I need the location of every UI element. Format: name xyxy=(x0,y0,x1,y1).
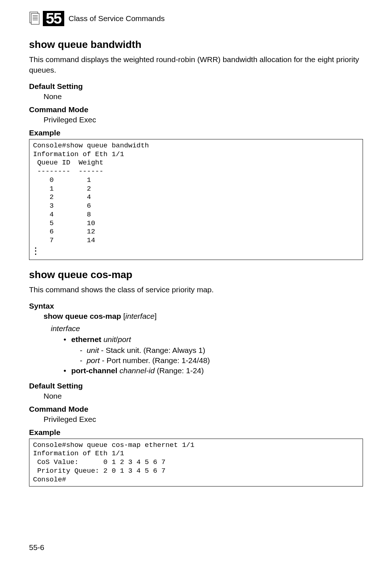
interface-label: interface xyxy=(51,324,363,333)
section1-example-label: Example xyxy=(29,129,363,137)
section1-default-setting-value: None xyxy=(44,92,363,101)
section1-command-mode-label: Command Mode xyxy=(29,105,363,114)
section1-default-setting-label: Default Setting xyxy=(29,82,363,91)
svg-rect-1 xyxy=(31,13,39,24)
port-line: - port - Port number. (Range: 1-24/48) xyxy=(80,356,363,365)
chapter-title: Class of Service Commands xyxy=(69,14,165,23)
section2-example-label: Example xyxy=(29,428,363,437)
port-desc: - Port number. (Range: 1-24/48) xyxy=(100,356,210,365)
syntax-bracket-open: [ xyxy=(121,312,126,320)
port-italic: port xyxy=(87,356,100,365)
section2-default-setting-value: None xyxy=(44,392,363,400)
ethernet-unit-italic: unit xyxy=(101,335,116,343)
section1-code-block: Console#show queue bandwidth Information… xyxy=(29,139,363,260)
portchannel-line: • port-channel channel-id (Range: 1-24) xyxy=(64,366,363,375)
syntax-bracket-close: ] xyxy=(155,312,157,320)
section2-command-mode-label: Command Mode xyxy=(29,405,363,414)
ethernet-bold: ethernet xyxy=(71,335,101,343)
ethernet-port-italic: port xyxy=(118,335,131,343)
page-number: 55-6 xyxy=(29,543,44,552)
bullet-icon: • xyxy=(64,335,66,343)
ethernet-line: • ethernet unit/port xyxy=(64,335,363,344)
section2-syntax-command: show queue cos-map [interface] xyxy=(44,312,363,321)
syntax-cmd-bold: show queue cos-map xyxy=(44,312,121,320)
section2-syntax-label: Syntax xyxy=(29,302,363,310)
book-icon xyxy=(29,11,40,26)
section2-heading: show queue cos-map xyxy=(29,269,363,281)
syntax-cmd-param: interface xyxy=(125,312,155,320)
unit-italic: unit xyxy=(87,346,99,354)
section1-description: This command displays the weighted round… xyxy=(29,54,363,76)
portchannel-bold: port-channel xyxy=(71,366,117,375)
portchannel-range: (Range: 1-24) xyxy=(155,366,204,375)
chapter-number: 55 xyxy=(43,11,64,26)
section2-code-block: Console#show queue cos-map ethernet 1/1 … xyxy=(29,439,363,487)
unit-line: - unit - Stack unit. (Range: Always 1) xyxy=(80,346,363,355)
section2-description: This command shows the class of service … xyxy=(29,284,363,295)
page-header: 55 Class of Service Commands xyxy=(29,11,363,26)
section2-default-setting-label: Default Setting xyxy=(29,382,363,390)
section2-command-mode-value: Privileged Exec xyxy=(44,415,363,424)
unit-desc: - Stack unit. (Range: Always 1) xyxy=(99,346,205,354)
portchannel-italic: channel-id xyxy=(117,366,155,375)
section1-heading: show queue bandwidth xyxy=(29,39,363,50)
bullet-icon: • xyxy=(64,366,66,375)
vertical-dots-icon: . . . xyxy=(33,245,38,254)
section1-command-mode-value: Privileged Exec xyxy=(44,115,363,124)
section1-code-text: Console#show queue bandwidth Information… xyxy=(33,142,149,244)
